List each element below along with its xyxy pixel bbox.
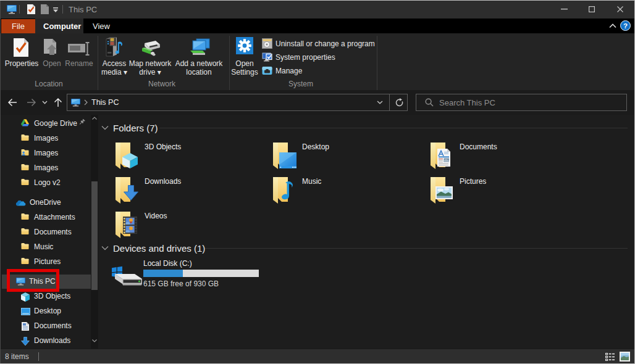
svg-text:?: ? xyxy=(623,22,628,30)
